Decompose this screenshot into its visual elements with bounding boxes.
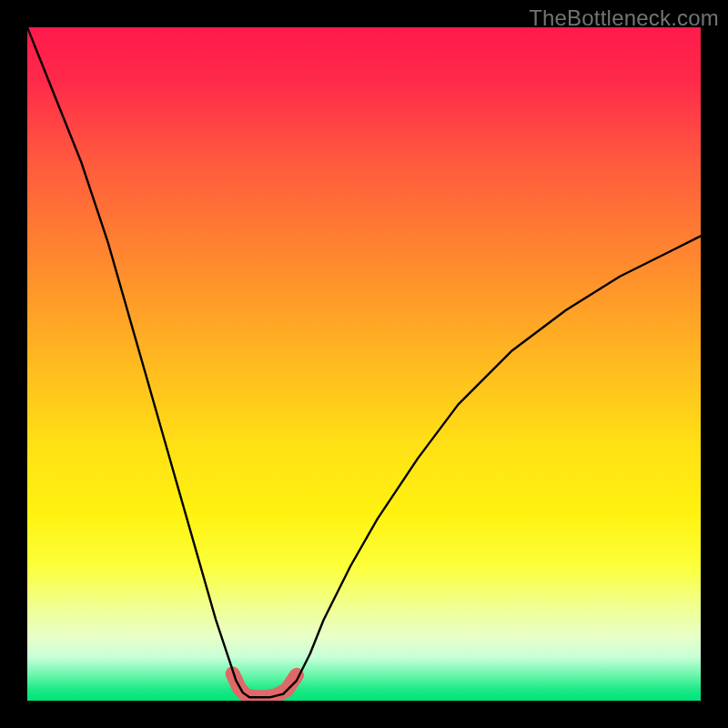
chart-svg bbox=[27, 27, 701, 701]
outer-frame: TheBottleneck.com bbox=[0, 0, 728, 728]
gradient-background bbox=[27, 27, 701, 701]
plot-area bbox=[27, 27, 701, 701]
